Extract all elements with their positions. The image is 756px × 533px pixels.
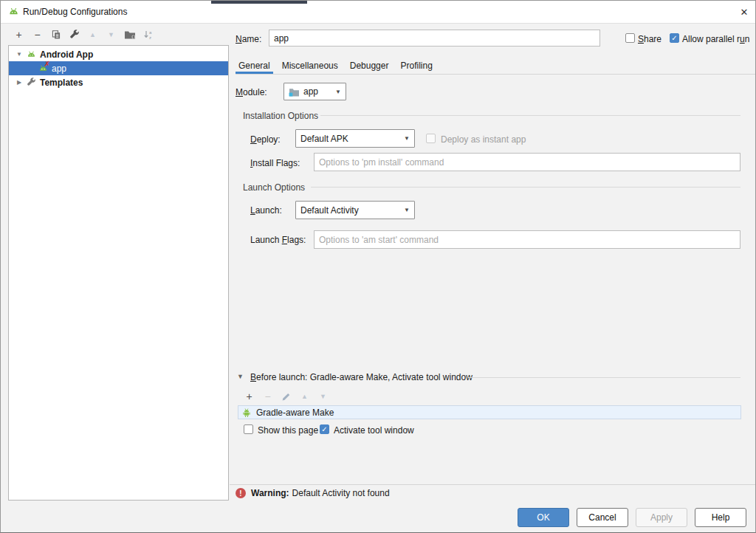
tab-bar: General Miscellaneous Debugger Profiling (236, 58, 755, 75)
add-icon[interactable]: + (10, 27, 28, 42)
copy-configuration-icon[interactable] (47, 27, 65, 42)
remove-icon[interactable]: − (258, 389, 277, 404)
help-button[interactable]: Help (695, 508, 746, 527)
before-launch-collapse-icon[interactable]: ▼ (237, 373, 244, 380)
move-up-icon[interactable]: ▲ (83, 27, 102, 42)
module-icon (289, 87, 300, 97)
configurations-tree: ▼ Android App ✗ ap (8, 45, 229, 501)
tab-miscellaneous[interactable]: Miscellaneous (279, 59, 341, 74)
share-checkbox[interactable] (625, 33, 635, 43)
chevron-down-icon: ▼ (335, 89, 341, 95)
run-debug-configurations-dialog: Run/Debug Configurations ✕ + − ▲ ▼ (0, 0, 756, 533)
allow-parallel-run-label[interactable]: Allow parallel run (682, 34, 749, 44)
activate-tool-window-checkbox[interactable]: ✓ (320, 424, 329, 434)
name-input[interactable] (269, 30, 600, 47)
error-badge-icon: ✗ (44, 60, 50, 68)
installation-options-divider (320, 115, 740, 116)
title-bar: Run/Debug Configurations ✕ (1, 1, 755, 24)
task-label: Gradle-aware Make (256, 408, 334, 418)
activate-tool-window-label[interactable]: Activate tool window (334, 425, 414, 436)
configurations-toolbar: + − ▲ ▼ a z (10, 27, 157, 42)
edit-icon[interactable] (277, 389, 295, 404)
move-up-icon[interactable]: ▲ (295, 389, 314, 404)
launch-label: Launch: (250, 205, 282, 216)
android-error-icon: ✗ (37, 63, 49, 74)
tree-item-label: app (52, 63, 66, 74)
dialog-title: Run/Debug Configurations (23, 7, 127, 17)
deploy-dropdown[interactable]: Default APK ▼ (295, 129, 415, 148)
add-icon[interactable]: + (240, 389, 258, 404)
create-new-folder-icon[interactable] (120, 27, 139, 42)
deploy-instant-app-label: Deploy as instant app (441, 134, 526, 145)
launch-flags-input[interactable] (314, 230, 740, 249)
tab-general[interactable]: General (236, 59, 273, 74)
allow-parallel-run-checkbox[interactable]: ✓ (670, 33, 679, 43)
module-value: app (303, 86, 318, 97)
tree-item-label: Templates (40, 78, 83, 88)
tree-item-templates[interactable]: ▶ Templates (9, 75, 228, 89)
share-label[interactable]: Share (638, 34, 662, 44)
module-label: Module: (236, 87, 267, 97)
move-down-icon[interactable]: ▼ (102, 27, 120, 42)
status-divider (230, 484, 756, 485)
name-label: Name: (236, 34, 261, 44)
tree-item-label: Android App (40, 49, 93, 60)
chevron-down-icon: ▼ (404, 207, 410, 213)
before-launch-title[interactable]: Before launch: Gradle-aware Make, Activa… (250, 372, 472, 382)
deploy-instant-app-checkbox[interactable] (426, 134, 436, 143)
tree-item-android-app[interactable]: ▼ Android App (9, 47, 228, 61)
installation-options-section-label: Installation Options (243, 111, 318, 121)
tab-profiling[interactable]: Profiling (397, 59, 435, 74)
sort-configurations-icon[interactable]: a z (139, 27, 157, 42)
svg-text:a: a (149, 30, 152, 35)
launch-options-divider (311, 187, 740, 188)
remove-icon[interactable]: − (28, 27, 47, 42)
launch-dropdown[interactable]: Default Activity ▼ (295, 201, 415, 219)
warning-prefix: Warning: (251, 488, 289, 498)
android-icon (25, 49, 37, 60)
launch-flags-label: Launch Flags: (250, 235, 306, 245)
deploy-value: Default APK (300, 134, 348, 144)
before-launch-toolbar: + − ▲ ▼ (240, 389, 332, 404)
before-launch-task-gradle-aware-make[interactable]: Gradle-aware Make (238, 405, 741, 419)
warning-message: ! Warning: Default Activity not found (236, 488, 390, 498)
android-robot-icon (241, 408, 252, 418)
tab-debugger[interactable]: Debugger (347, 59, 392, 74)
edit-defaults-icon[interactable] (65, 27, 83, 42)
cancel-button[interactable]: Cancel (577, 508, 628, 527)
background-window-strip (211, 1, 307, 4)
ok-button[interactable]: OK (518, 508, 569, 527)
chevron-down-icon: ▼ (404, 135, 410, 142)
wrench-icon (25, 77, 37, 88)
warning-text: Default Activity not found (292, 488, 390, 498)
chevron-right-icon[interactable]: ▶ (13, 79, 25, 86)
launch-value: Default Activity (300, 205, 359, 216)
install-flags-input[interactable] (314, 153, 740, 171)
warning-icon: ! (236, 488, 246, 498)
launch-options-section-label: Launch Options (243, 182, 305, 193)
svg-text:z: z (149, 35, 151, 40)
apply-button[interactable]: Apply (636, 508, 687, 527)
move-down-icon[interactable]: ▼ (314, 389, 332, 404)
chevron-down-icon[interactable]: ▼ (13, 51, 25, 58)
show-this-page-label[interactable]: Show this page (258, 425, 318, 436)
before-launch-divider (468, 377, 740, 378)
android-app-icon (8, 6, 19, 17)
deploy-label: Deploy: (250, 134, 281, 145)
tree-item-app[interactable]: ✗ app (9, 61, 228, 75)
show-this-page-checkbox[interactable] (244, 424, 253, 434)
install-flags-label: Install Flags: (250, 158, 300, 168)
close-icon[interactable]: ✕ (735, 4, 753, 19)
module-dropdown[interactable]: app ▼ (284, 83, 346, 100)
